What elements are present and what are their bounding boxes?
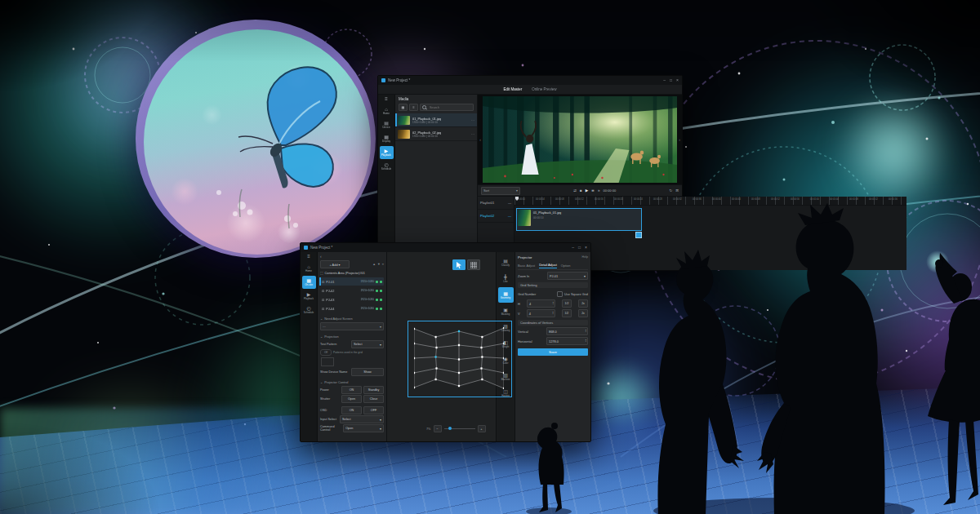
mesh-vertex[interactable] [481, 356, 483, 357]
grid-v-stepper[interactable]: 4 ▴▾ [527, 309, 555, 317]
step-down-icon[interactable]: ▾ [553, 313, 554, 315]
tab-detail-adjust[interactable]: Detail Adjust [539, 263, 557, 268]
mesh-vertex[interactable] [480, 367, 482, 369]
minimize-button[interactable]: – [663, 78, 666, 82]
mesh-vertex[interactable] [434, 356, 436, 357]
playlist-row-1[interactable]: Playlist01 — [478, 197, 514, 210]
stop-icon[interactable]: ■ [580, 188, 582, 193]
menu-icon[interactable]: ≡ [385, 96, 388, 104]
close-button[interactable]: × [676, 78, 679, 82]
tab-option[interactable]: Option [561, 264, 570, 268]
power-on-button[interactable]: ON [341, 386, 362, 394]
mesh-vertex[interactable] [435, 367, 437, 369]
sidebar-item-playback[interactable]: ▶ Playback [380, 146, 394, 159]
tab-online-preview[interactable]: Online Preview [532, 87, 556, 91]
projector-row-4[interactable]: ⊡ PJ-04 1920×1080 [320, 304, 384, 312]
osd-off-button[interactable]: OFF [363, 406, 384, 414]
pattern-toggle[interactable]: Off [320, 349, 332, 356]
mesh-vertex[interactable] [503, 388, 504, 389]
list-icon[interactable]: ≡ [382, 263, 384, 266]
close-button[interactable]: × [585, 246, 587, 250]
contents-area-group[interactable]: ⬚ Contents Area (Projector)#01 [320, 269, 384, 277]
mesh-vertex[interactable] [503, 372, 504, 374]
zoom-slider[interactable] [444, 428, 475, 429]
clip-resize-handle[interactable] [635, 232, 642, 238]
show-device-button[interactable]: Show [351, 368, 384, 376]
warp-mesh[interactable] [414, 327, 504, 389]
projector-row-2[interactable]: ⊡ PJ-02 1920×1080 [320, 286, 384, 295]
mixer-icon[interactable]: ≣ [591, 188, 595, 193]
zoom-out-button[interactable]: − [434, 425, 442, 432]
input-select-dropdown[interactable]: Select ▾ [340, 415, 384, 423]
sidebar-item-schedule[interactable]: ◴ Schedule [302, 304, 316, 317]
save-button[interactable]: Save [518, 348, 588, 356]
sidebar-item-schedule[interactable]: ◴ Schedule [380, 160, 394, 173]
player-titlebar[interactable]: New Project * – □ × [378, 76, 682, 85]
pattern-preview-box[interactable] [321, 357, 334, 366]
playlist-row-2[interactable]: Playlist02 — [478, 210, 514, 223]
grid-v-double-button[interactable]: 2x [578, 309, 588, 317]
menu-icon[interactable]: ≡ [307, 254, 310, 261]
sidebar-item-onsite[interactable]: ▦ On-site [302, 276, 316, 289]
mesh-vertex[interactable] [434, 336, 436, 338]
step-down-icon[interactable]: ▾ [586, 341, 586, 343]
media-item-menu-icon[interactable]: ⋯ [471, 118, 474, 122]
zoom-in-dropdown[interactable]: PJ-01 ▾ [547, 272, 588, 280]
collapse-icon[interactable]: — [508, 201, 511, 205]
search-input[interactable] [428, 105, 471, 110]
collapse-icon[interactable]: — [508, 214, 511, 218]
add-button[interactable]: + Add ▾ [320, 260, 350, 268]
sidebar-item-home[interactable]: ⌂ Home [302, 262, 316, 275]
sidebar-item-device[interactable]: ▤ Device [380, 118, 394, 131]
projector-control-section[interactable]: ⌄ Projector Control [320, 379, 384, 385]
power-standby-button[interactable]: Standby [363, 386, 384, 394]
mesh-vertex[interactable] [480, 347, 482, 348]
mesh-vertex[interactable] [503, 343, 504, 344]
zoom-slider-thumb[interactable] [448, 427, 452, 430]
mesh-vertex[interactable] [435, 347, 437, 348]
maximize-button[interactable]: □ [578, 246, 581, 250]
sidebar-item-display[interactable]: ▦ Display [380, 132, 394, 145]
adjust-tool-geometry[interactable]: ▦Geometry [498, 287, 514, 303]
next-arrow-icon[interactable]: › [677, 95, 682, 184]
next-icon[interactable]: » [598, 188, 600, 193]
media-item-2[interactable]: 02_Playback_02.jpg 1920×1080 | 00:00:10 … [395, 127, 477, 141]
grid-v-half-button[interactable]: 1/2 [562, 309, 572, 317]
move-down-icon[interactable]: ▼ [377, 263, 381, 266]
timeline-clip[interactable]: 01_Playback_01.jpg 00:00:10 [516, 208, 642, 231]
step-down-icon[interactable]: ▾ [553, 304, 554, 305]
grid-h-stepper[interactable]: 4 ▴▾ [527, 299, 555, 308]
mesh-vertex[interactable] [414, 328, 415, 330]
need-adjust-dropdown[interactable]: --- ▾ [320, 322, 384, 330]
need-adjust-section[interactable]: ⌄ Need Adjust Screen [320, 315, 384, 321]
adjust-tool-classify[interactable]: ▤Classify [498, 255, 514, 270]
mesh-vertex[interactable] [414, 387, 415, 388]
mesh-vertex[interactable] [458, 330, 460, 332]
step-down-icon[interactable]: ▾ [586, 331, 586, 333]
minimize-button[interactable]: – [572, 246, 574, 250]
timeline-ruler[interactable]: 00:00:0000:00:0400:00:0800:00:1200:00:16… [514, 197, 906, 206]
projector-row-3[interactable]: ⊡ PJ-03 1920×1080 [320, 295, 384, 304]
adjust-tool-line[interactable]: ╋Line [498, 271, 514, 286]
zoom-in-button[interactable]: + [478, 425, 486, 432]
media-item-menu-icon[interactable]: ⋯ [471, 132, 474, 136]
mesh-vertex[interactable] [414, 343, 415, 344]
grid-h-half-button[interactable]: 1/2 [562, 299, 572, 308]
play-icon[interactable]: ▶ [586, 188, 588, 193]
command-control-dropdown[interactable]: Open ▾ [343, 424, 384, 432]
media-item-1[interactable]: 01_Playback_01.jpg 1920×1080 | 00:00:10 … [395, 113, 477, 127]
warp-canvas[interactable]: 7% − + [387, 252, 496, 441]
use-square-grid-checkbox[interactable] [557, 291, 563, 297]
horizontal-stepper[interactable]: 1278.0 ▴▾ [546, 337, 588, 345]
mesh-vertex[interactable] [414, 357, 415, 359]
cursor-tool-button[interactable] [452, 259, 466, 270]
mapping-titlebar[interactable]: New Project * – □ × [301, 243, 590, 252]
adjust-tool-masking[interactable]: ▣Masking [498, 304, 514, 319]
mesh-vertex[interactable] [458, 358, 460, 360]
sidebar-item-home[interactable]: ⌂ Home [380, 104, 394, 117]
mesh-vertex[interactable] [458, 344, 460, 346]
mesh-vertex[interactable] [481, 379, 483, 380]
trash-icon[interactable]: ⊠ [675, 188, 679, 193]
grid-h-double-button[interactable]: 2x [578, 299, 588, 308]
move-up-icon[interactable]: ▲ [372, 263, 376, 266]
